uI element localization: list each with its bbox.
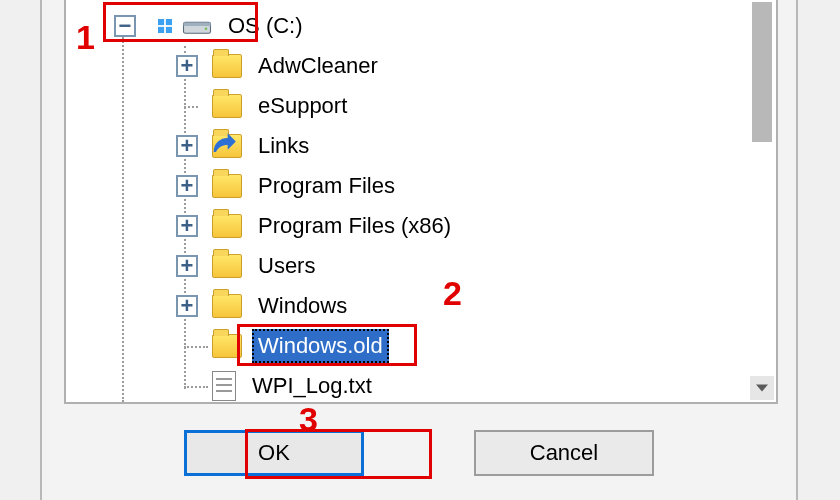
folder-icon: [212, 214, 242, 238]
folder-shortcut-icon: [212, 134, 242, 158]
expander-plus-icon[interactable]: +: [176, 215, 198, 237]
tree-node-program-files-x86[interactable]: + Program Files (x86): [66, 206, 750, 246]
folder-icon: [212, 294, 242, 318]
tree-node-label: WPI_Log.txt: [246, 369, 378, 403]
scroll-down-button[interactable]: [750, 376, 774, 400]
windows-logo-icon: [150, 11, 180, 41]
tree-node-label: Program Files (x86): [252, 209, 457, 243]
cancel-button[interactable]: Cancel: [474, 430, 654, 476]
svg-rect-5: [184, 22, 211, 26]
svg-point-6: [205, 27, 208, 30]
expander-plus-icon[interactable]: +: [176, 135, 198, 157]
expander-none: [176, 335, 198, 357]
folder-icon: [212, 54, 242, 78]
folder-icon: [212, 334, 242, 358]
svg-rect-3: [166, 27, 172, 33]
tree-node-links[interactable]: + Links: [66, 126, 750, 166]
tree-node-label: Program Files: [252, 169, 401, 203]
dialog-button-bar: OK Cancel: [42, 430, 796, 476]
folder-icon: [212, 254, 242, 278]
tree-node-adwcleaner[interactable]: + AdwCleaner: [66, 46, 750, 86]
tree-node-label: AdwCleaner: [252, 49, 384, 83]
shortcut-arrow-icon: [209, 131, 237, 159]
tree-node-program-files[interactable]: + Program Files: [66, 166, 750, 206]
expander-minus-icon[interactable]: −: [114, 15, 136, 37]
tree-node-esupport[interactable]: eSupport: [66, 86, 750, 126]
svg-rect-2: [158, 27, 164, 33]
tree-node-label: eSupport: [252, 89, 353, 123]
drive-icon: [182, 11, 212, 41]
tree-node-label: Users: [252, 249, 321, 283]
browse-folder-dialog: −: [40, 0, 798, 500]
tree-node-windows[interactable]: + Windows: [66, 286, 750, 326]
tree-node-os-c[interactable]: −: [66, 6, 750, 46]
chevron-down-icon: [756, 384, 768, 392]
svg-rect-1: [166, 19, 172, 25]
svg-rect-0: [158, 19, 164, 25]
button-label: OK: [258, 440, 290, 466]
ok-button[interactable]: OK: [184, 430, 364, 476]
tree-node-windows-old[interactable]: Windows.old: [66, 326, 750, 366]
tree-node-wpi-log[interactable]: WPI_Log.txt: [66, 366, 750, 404]
screenshot-stage: −: [0, 0, 840, 500]
button-label: Cancel: [530, 440, 598, 466]
scrollbar-thumb[interactable]: [752, 2, 772, 142]
expander-none: [176, 375, 198, 397]
folder-tree-panel: −: [64, 0, 778, 404]
expander-plus-icon[interactable]: +: [176, 255, 198, 277]
tree-node-label: Windows: [252, 289, 353, 323]
expander-none: [176, 95, 198, 117]
text-file-icon: [212, 371, 236, 401]
tree-node-label: Windows.old: [252, 329, 389, 363]
expander-plus-icon[interactable]: +: [176, 55, 198, 77]
expander-plus-icon[interactable]: +: [176, 295, 198, 317]
vertical-scrollbar[interactable]: [750, 2, 774, 400]
tree-node-label: OS (C:): [222, 9, 309, 43]
folder-icon: [212, 94, 242, 118]
tree-node-label: Links: [252, 129, 315, 163]
folder-icon: [212, 174, 242, 198]
expander-plus-icon[interactable]: +: [176, 175, 198, 197]
folder-tree[interactable]: −: [66, 0, 750, 402]
tree-node-users[interactable]: + Users: [66, 246, 750, 286]
